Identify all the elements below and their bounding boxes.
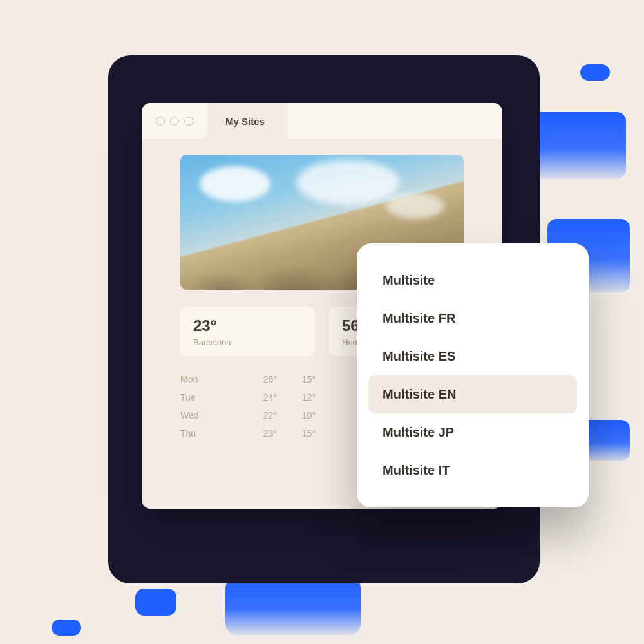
- decor-pill: [225, 577, 361, 635]
- window-controls: [142, 103, 207, 139]
- forecast-lo: 15°: [277, 428, 316, 439]
- tab-my-sites[interactable]: My Sites: [207, 103, 288, 139]
- forecast-hi: 22°: [238, 410, 277, 421]
- forecast-lo: 15°: [277, 374, 316, 384]
- decor-pill: [580, 64, 610, 80]
- tab-strip: [288, 103, 502, 139]
- multisite-dropdown[interactable]: Multisite Multisite FR Multisite ES Mult…: [357, 243, 589, 507]
- traffic-light-icon[interactable]: [156, 117, 165, 126]
- dropdown-item-multisite-jp[interactable]: Multisite JP: [368, 413, 577, 451]
- dropdown-item-multisite-fr[interactable]: Multisite FR: [368, 299, 577, 337]
- dropdown-item-multisite[interactable]: Multisite: [368, 261, 577, 299]
- dropdown-item-multisite-es[interactable]: Multisite ES: [368, 337, 577, 375]
- decor-pill: [135, 589, 176, 616]
- forecast-day: Wed: [180, 410, 238, 421]
- forecast-hi: 24°: [238, 392, 277, 402]
- dropdown-item-multisite-en[interactable]: Multisite EN: [368, 375, 577, 413]
- forecast-lo: 12°: [277, 392, 316, 402]
- temperature-label: Barcelona: [193, 337, 302, 347]
- decor-pill: [52, 620, 81, 636]
- traffic-light-icon[interactable]: [170, 117, 179, 126]
- traffic-light-icon[interactable]: [184, 117, 193, 126]
- forecast-hi: 23°: [238, 428, 277, 439]
- temperature-card: 23° Barcelona: [180, 307, 315, 356]
- dropdown-item-multisite-it[interactable]: Multisite IT: [368, 451, 577, 489]
- forecast-day: Tue: [180, 392, 238, 402]
- forecast-day: Mon: [180, 374, 238, 384]
- temperature-value: 23°: [193, 317, 302, 335]
- forecast-day: Thu: [180, 428, 238, 439]
- tab-label: My Sites: [225, 116, 265, 127]
- browser-titlebar: My Sites: [142, 103, 502, 139]
- forecast-lo: 10°: [277, 410, 316, 421]
- forecast-hi: 26°: [238, 374, 277, 384]
